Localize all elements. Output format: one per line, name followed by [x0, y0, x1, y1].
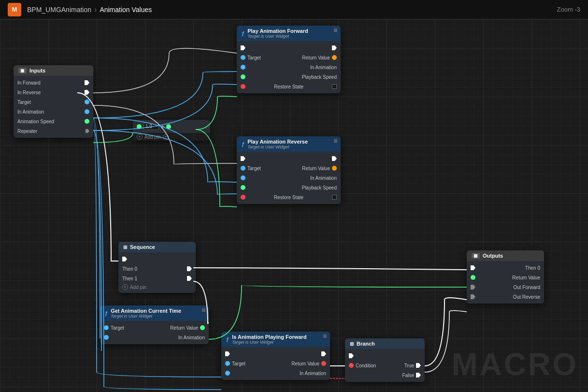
page-title: Animation Values	[100, 6, 152, 14]
outputs-rv-pin-in[interactable]	[471, 275, 475, 280]
is-anim-forward-exec-in[interactable]	[225, 351, 230, 356]
play-forward-exec-out[interactable]	[332, 45, 337, 50]
add-pin-circle2: +	[163, 134, 169, 140]
target-label: Target	[17, 100, 31, 105]
sequence-then0-pin[interactable]	[187, 266, 192, 271]
play-forward-restore-pin[interactable]	[241, 84, 245, 89]
branch-header: ⊞ Branch	[345, 338, 425, 349]
is-anim-forward-target-label: Target	[232, 361, 245, 366]
play-reverse-target-row: Target Return Value	[237, 163, 341, 173]
anim-speed-pin[interactable]	[85, 119, 89, 124]
play-forward-exec-row	[237, 43, 341, 53]
divide-node: ÷ + Add pin +	[133, 120, 210, 141]
play-reverse-restore-pin[interactable]	[241, 195, 245, 200]
get-anim-time-target-label: Target	[111, 325, 124, 331]
is-anim-forward-target-pin[interactable]	[225, 361, 230, 366]
sequence-then1-label: Then 1	[122, 276, 137, 281]
branch-false-label: False	[402, 373, 414, 378]
play-reverse-rv-pin[interactable]	[332, 166, 337, 171]
is-anim-forward-rv-pin[interactable]	[321, 361, 326, 366]
play-forward-body: Target Return Value In Animation Playbac…	[237, 41, 341, 93]
outputs-then0-row: Then 0	[467, 263, 544, 273]
play-forward-title-area: Play Animation Forward Target is User Wi…	[247, 28, 308, 39]
in-reverse-pin[interactable]	[85, 90, 89, 95]
is-anim-forward-rv-label: Return Value	[291, 361, 319, 366]
sequence-exec-row	[118, 254, 196, 264]
play-forward-inanim-row: In Animation	[237, 62, 341, 72]
play-forward-exec-in[interactable]	[241, 45, 245, 50]
app-logo: M	[8, 3, 21, 16]
outputs-outreverse-pin[interactable]	[471, 294, 475, 299]
play-reverse-exec-row	[237, 154, 341, 163]
sequence-add-pin-circle: +	[122, 284, 128, 290]
is-anim-forward-title: Is Animation Playing Forward	[232, 334, 306, 340]
is-anim-forward-icon: ƒ	[226, 336, 229, 342]
play-reverse-exec-out[interactable]	[332, 156, 337, 161]
play-reverse-title-area: Play Animation Reverse Target is User Wi…	[247, 139, 308, 149]
outputs-then0-exec-in[interactable]	[471, 265, 475, 270]
play-forward-target-in[interactable]	[241, 55, 245, 60]
get-anim-time-target-pin[interactable]	[104, 325, 109, 330]
is-anim-forward-title-area: Is Animation Playing Forward Target is U…	[232, 334, 306, 345]
play-reverse-inanim-pin[interactable]	[241, 175, 245, 180]
play-forward-speed-pin[interactable]	[241, 74, 245, 79]
inputs-row-speed: Animation Speed	[14, 116, 93, 126]
sequence-title: Sequence	[130, 244, 155, 250]
outputs-outforward-pin[interactable]	[471, 285, 475, 290]
sequence-add-pin[interactable]: + Add pin	[118, 283, 196, 291]
sequence-then1-pin[interactable]	[187, 276, 192, 281]
repeater-label: Repeater	[17, 129, 37, 134]
in-reverse-label: In Reverse	[17, 90, 41, 95]
branch-true-pin[interactable]	[416, 363, 421, 368]
inputs-row-inanim: In Animation	[14, 107, 93, 116]
in-forward-pin[interactable]	[85, 80, 89, 85]
get-anim-time-header: ƒ Get Animation Current Time Target is U…	[100, 305, 209, 321]
play-reverse-exec-in[interactable]	[241, 156, 245, 161]
in-anim-pin[interactable]	[85, 109, 89, 114]
outputs-outreverse-row: Out Reverse	[467, 292, 544, 302]
divide-value-input[interactable]	[143, 123, 159, 130]
branch-false-pin[interactable]	[416, 373, 421, 377]
play-reverse-target-in[interactable]	[241, 166, 245, 171]
branch-node: ⊞ Branch Condition True False	[345, 338, 425, 382]
play-reverse-header: ƒ Play Animation Reverse Target is User …	[237, 136, 341, 152]
add-pin-circle: +	[137, 134, 143, 140]
play-forward-restore-row: Restore State	[237, 82, 341, 91]
get-anim-time-icon: ƒ	[105, 310, 108, 316]
divide-out-pin[interactable]	[166, 124, 171, 129]
outputs-header: ▣ Outputs	[467, 250, 544, 261]
is-anim-forward-inanim-pin[interactable]	[225, 371, 230, 376]
play-forward-inanim-pin[interactable]	[241, 65, 245, 70]
get-anim-time-monitor-icon: 🖥	[201, 307, 206, 313]
is-anim-forward-body: Target Return Value In Animation	[221, 347, 330, 380]
get-anim-time-body: Target Return Value In Animation	[100, 321, 209, 344]
get-anim-time-rv-pin[interactable]	[200, 325, 205, 330]
branch-condition-pin[interactable]	[349, 363, 354, 368]
divide-in-pin[interactable]	[137, 124, 142, 129]
sequence-header: ⊞ Sequence	[118, 242, 196, 252]
outputs-icon: ▣	[472, 253, 480, 259]
branch-exec-in[interactable]	[349, 353, 354, 358]
play-forward-restore-checkbox[interactable]	[332, 84, 337, 89]
get-anim-time-inanim-pin[interactable]	[104, 335, 109, 340]
sequence-exec-in[interactable]	[122, 257, 127, 261]
zoom-level: Zoom -3	[557, 6, 580, 13]
play-forward-target-label: Target	[247, 55, 261, 60]
repeater-pin[interactable]	[86, 129, 89, 133]
play-forward-inanim-label: In Animation	[310, 65, 337, 70]
inputs-row-repeater: Repeater	[14, 126, 93, 136]
is-anim-forward-subtitle: Target is User Widget	[232, 340, 306, 345]
play-reverse-node: ƒ Play Animation Reverse Target is User …	[237, 136, 341, 204]
play-forward-rv-pin[interactable]	[332, 55, 337, 60]
play-reverse-target-label: Target	[247, 166, 261, 171]
target-pin[interactable]	[85, 100, 89, 104]
is-anim-forward-inanim-label: In Animation	[300, 371, 326, 376]
play-reverse-restore-checkbox[interactable]	[332, 195, 337, 200]
play-reverse-speed-pin[interactable]	[241, 185, 245, 190]
play-forward-restore-label: Restore State	[274, 84, 303, 89]
divide-add-pin[interactable]: + Add pin +	[133, 133, 210, 141]
play-reverse-rv-label: Return Value	[302, 166, 330, 171]
is-anim-forward-exec-out[interactable]	[321, 351, 326, 356]
outputs-outforward-row: Out Forward	[467, 282, 544, 292]
is-anim-forward-monitor-icon: 🖥	[322, 334, 327, 339]
